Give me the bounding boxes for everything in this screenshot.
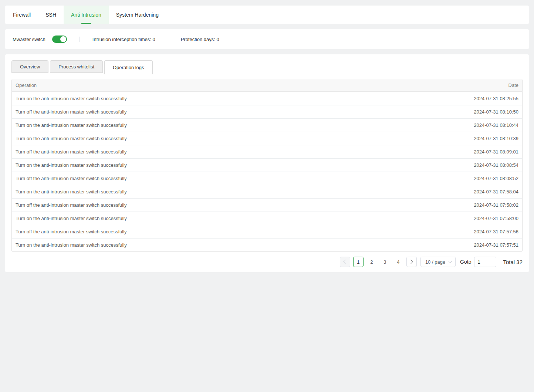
page-number-label: 1 [357, 259, 359, 265]
table-row: Turn on the anti-intrusion master switch… [12, 158, 522, 172]
log-operation-cell: Turn off the anti-intrusion master switc… [16, 176, 474, 181]
module-tab-label: SSH [45, 12, 56, 18]
table-row: Turn on the anti-intrusion master switch… [12, 132, 522, 145]
goto-label: Goto [460, 259, 471, 265]
log-operation-cell: Turn off the anti-intrusion master switc… [16, 149, 474, 155]
content-tab-label: Overview [20, 64, 40, 70]
page-size-select[interactable]: 10 / page [420, 257, 456, 267]
table-row: Turn off the anti-intrusion master switc… [12, 225, 522, 238]
page-number-list: 1 2 3 4 [352, 257, 405, 267]
security-page: Firewall SSH Anti Intrusion System Harde… [0, 0, 534, 283]
log-date-cell: 2024-07-31 07:58:02 [474, 202, 518, 208]
table-row: Turn off the anti-intrusion master switc… [12, 145, 522, 158]
log-operation-cell: Turn on the anti-intrusion master switch… [16, 122, 474, 128]
page-number-label: 3 [383, 259, 386, 265]
log-date-cell: 2024-07-31 08:09:01 [474, 149, 518, 155]
log-date-cell: 2024-07-31 08:10:50 [474, 109, 518, 115]
divider [80, 37, 80, 42]
log-date-cell: 2024-07-31 07:58:00 [474, 216, 518, 221]
log-operation-cell: Turn off the anti-intrusion master switc… [16, 229, 474, 234]
table-row: Turn off the anti-intrusion master switc… [12, 105, 522, 118]
total-count: Total 32 [503, 259, 523, 265]
chevron-down-icon [449, 260, 452, 263]
module-tab-bar: Firewall SSH Anti Intrusion System Harde… [5, 6, 529, 24]
page-number-label: 2 [370, 259, 373, 265]
intrusion-interception-stat: Intrusion interception times: 0 [92, 37, 155, 42]
table-row: Turn on the anti-intrusion master switch… [12, 238, 522, 251]
log-date-cell: 2024-07-31 07:57:51 [474, 242, 518, 248]
table-row: Turn on the anti-intrusion master switch… [12, 118, 522, 132]
log-date-cell: 2024-07-31 08:10:39 [474, 136, 518, 141]
page-number-button[interactable]: 2 [366, 257, 377, 267]
table-row: Turn on the anti-intrusion master switch… [12, 185, 522, 198]
table-row: Turn on the anti-intrusion master switch… [12, 92, 522, 105]
log-date-cell: 2024-07-31 08:25:55 [474, 96, 518, 101]
module-tab-label: Anti Intrusion [71, 12, 101, 18]
table-row: Turn off the anti-intrusion master switc… [12, 172, 522, 185]
master-switch-bar: Mwaster switch Intrusion interception ti… [5, 29, 529, 49]
page-number-button[interactable]: 3 [380, 257, 390, 267]
page-number-button[interactable]: 1 [353, 257, 364, 267]
log-operation-cell: Turn off the anti-intrusion master switc… [16, 109, 474, 115]
pagination: 1 2 3 4 [11, 257, 523, 267]
content-tab-label: Process whitelist [58, 64, 94, 70]
table-row: Turn off the anti-intrusion master switc… [12, 198, 522, 212]
page-number-button[interactable]: 4 [393, 257, 403, 267]
column-header-operation: Operation [16, 82, 508, 88]
anti-intrusion-content-card: Overview Process whitelist Operation log… [5, 54, 529, 272]
operation-logs-table: Operation Date Turn on the anti-intrusio… [11, 79, 523, 252]
content-tab[interactable]: Operation logs [104, 60, 153, 74]
module-tab[interactable]: System Hardening [109, 6, 166, 24]
log-operation-cell: Turn on the anti-intrusion master switch… [16, 216, 474, 221]
page-number-label: 4 [397, 259, 399, 265]
log-operation-cell: Turn on the anti-intrusion master switch… [16, 162, 474, 168]
log-date-cell: 2024-07-31 08:08:54 [474, 162, 518, 168]
protection-days-stat: Protection days: 0 [181, 37, 219, 42]
master-switch-toggle[interactable] [52, 36, 67, 43]
module-tab-label: System Hardening [116, 12, 159, 18]
table-header-row: Operation Date [12, 79, 522, 92]
log-date-cell: 2024-07-31 08:08:52 [474, 176, 518, 181]
prev-page-button[interactable] [340, 257, 350, 267]
next-page-button[interactable] [406, 257, 417, 267]
module-tab[interactable]: SSH [38, 6, 64, 24]
module-tab-label: Firewall [13, 12, 31, 18]
module-tab[interactable]: Anti Intrusion [64, 6, 109, 24]
column-header-date: Date [508, 82, 518, 88]
log-operation-cell: Turn on the anti-intrusion master switch… [16, 136, 474, 141]
content-tab-bar: Overview Process whitelist Operation log… [11, 60, 523, 74]
toggle-knob-icon [60, 36, 66, 42]
module-tab[interactable]: Firewall [6, 6, 38, 24]
page-size-value: 10 / page [425, 259, 445, 265]
log-operation-cell: Turn on the anti-intrusion master switch… [16, 189, 474, 195]
log-operation-cell: Turn off the anti-intrusion master switc… [16, 202, 474, 208]
table-body: Turn on the anti-intrusion master switch… [12, 92, 522, 251]
log-operation-cell: Turn on the anti-intrusion master switch… [16, 96, 474, 101]
content-tab[interactable]: Process whitelist [50, 60, 103, 73]
divider [168, 37, 168, 42]
log-date-cell: 2024-07-31 08:10:44 [474, 122, 518, 128]
goto-page-input[interactable] [474, 257, 496, 267]
content-tab[interactable]: Overview [11, 60, 48, 73]
master-switch-label: Mwaster switch [13, 37, 45, 42]
log-operation-cell: Turn on the anti-intrusion master switch… [16, 242, 474, 248]
table-row: Turn on the anti-intrusion master switch… [12, 212, 522, 225]
chevron-right-icon [409, 260, 413, 264]
content-tab-label: Operation logs [113, 65, 144, 70]
log-date-cell: 2024-07-31 07:57:56 [474, 229, 518, 234]
chevron-left-icon [344, 260, 348, 264]
log-date-cell: 2024-07-31 07:58:04 [474, 189, 518, 195]
